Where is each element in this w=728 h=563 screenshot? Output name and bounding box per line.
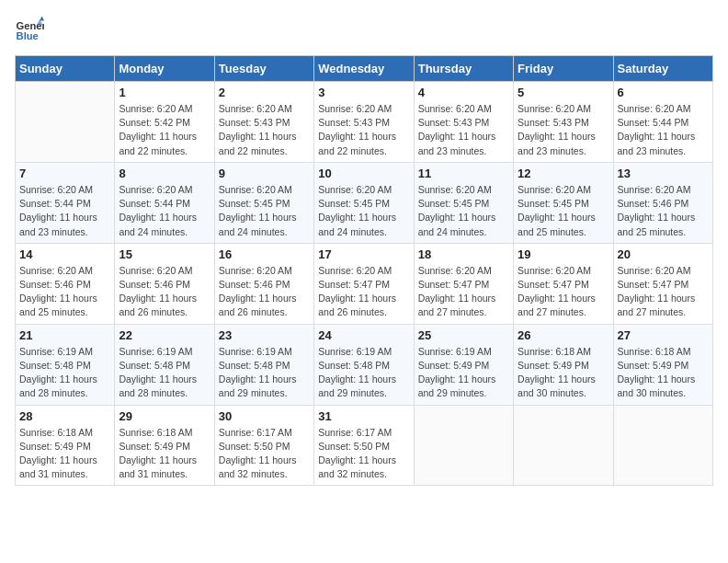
day-number: 15 [119, 247, 210, 261]
day-info: Sunrise: 6:20 AM Sunset: 5:46 PM Dayligh… [19, 264, 110, 320]
calendar-cell: 2Sunrise: 6:20 AM Sunset: 5:43 PM Daylig… [214, 82, 313, 163]
calendar-cell: 15Sunrise: 6:20 AM Sunset: 5:46 PM Dayli… [115, 243, 214, 324]
day-number: 19 [518, 247, 609, 261]
day-info: Sunrise: 6:19 AM Sunset: 5:48 PM Dayligh… [219, 345, 310, 401]
day-info: Sunrise: 6:18 AM Sunset: 5:49 PM Dayligh… [618, 345, 709, 401]
day-info: Sunrise: 6:20 AM Sunset: 5:43 PM Dayligh… [219, 102, 310, 158]
calendar-cell [514, 405, 613, 486]
calendar-cell: 22Sunrise: 6:19 AM Sunset: 5:48 PM Dayli… [115, 324, 214, 405]
weekday-header-friday: Friday [514, 56, 613, 82]
calendar-cell: 9Sunrise: 6:20 AM Sunset: 5:45 PM Daylig… [214, 162, 313, 243]
day-number: 18 [418, 247, 509, 261]
day-info: Sunrise: 6:20 AM Sunset: 5:45 PM Dayligh… [418, 183, 509, 239]
day-number: 4 [418, 86, 509, 99]
calendar-cell: 13Sunrise: 6:20 AM Sunset: 5:46 PM Dayli… [613, 162, 712, 243]
calendar-cell: 4Sunrise: 6:20 AM Sunset: 5:43 PM Daylig… [414, 82, 513, 163]
logo: General Blue [15, 15, 48, 44]
day-number: 21 [19, 328, 110, 342]
day-number: 8 [119, 167, 210, 180]
weekday-header-saturday: Saturday [613, 56, 712, 82]
calendar-week-1: 1Sunrise: 6:20 AM Sunset: 5:42 PM Daylig… [16, 82, 713, 163]
day-number: 31 [318, 409, 409, 423]
day-info: Sunrise: 6:20 AM Sunset: 5:44 PM Dayligh… [119, 183, 210, 239]
day-info: Sunrise: 6:20 AM Sunset: 5:42 PM Dayligh… [119, 102, 210, 158]
day-number: 11 [418, 167, 509, 180]
day-number: 24 [318, 328, 409, 342]
calendar-week-2: 7Sunrise: 6:20 AM Sunset: 5:44 PM Daylig… [16, 162, 713, 243]
day-number: 5 [518, 86, 609, 99]
day-number: 28 [19, 409, 110, 423]
calendar-cell: 8Sunrise: 6:20 AM Sunset: 5:44 PM Daylig… [115, 162, 214, 243]
day-info: Sunrise: 6:20 AM Sunset: 5:43 PM Dayligh… [318, 102, 409, 158]
calendar-cell: 19Sunrise: 6:20 AM Sunset: 5:47 PM Dayli… [514, 243, 613, 324]
calendar-week-4: 21Sunrise: 6:19 AM Sunset: 5:48 PM Dayli… [16, 324, 713, 405]
day-info: Sunrise: 6:19 AM Sunset: 5:49 PM Dayligh… [418, 345, 509, 401]
weekday-header-tuesday: Tuesday [214, 56, 313, 82]
day-number: 2 [219, 86, 310, 99]
calendar-week-3: 14Sunrise: 6:20 AM Sunset: 5:46 PM Dayli… [16, 243, 713, 324]
day-info: Sunrise: 6:19 AM Sunset: 5:48 PM Dayligh… [19, 345, 110, 401]
weekday-header-wednesday: Wednesday [314, 56, 414, 82]
calendar-cell: 31Sunrise: 6:17 AM Sunset: 5:50 PM Dayli… [314, 405, 414, 486]
calendar-cell: 10Sunrise: 6:20 AM Sunset: 5:45 PM Dayli… [314, 162, 414, 243]
day-info: Sunrise: 6:20 AM Sunset: 5:43 PM Dayligh… [518, 102, 609, 158]
calendar-cell [414, 405, 513, 486]
day-number: 6 [618, 86, 709, 99]
calendar-cell: 3Sunrise: 6:20 AM Sunset: 5:43 PM Daylig… [314, 82, 414, 163]
day-number: 10 [318, 167, 409, 180]
calendar-cell: 16Sunrise: 6:20 AM Sunset: 5:46 PM Dayli… [214, 243, 313, 324]
day-number: 27 [618, 328, 709, 342]
day-info: Sunrise: 6:17 AM Sunset: 5:50 PM Dayligh… [219, 426, 310, 482]
day-info: Sunrise: 6:18 AM Sunset: 5:49 PM Dayligh… [119, 426, 210, 482]
day-info: Sunrise: 6:20 AM Sunset: 5:44 PM Dayligh… [618, 102, 709, 158]
day-number: 3 [318, 86, 409, 99]
calendar-cell: 24Sunrise: 6:19 AM Sunset: 5:48 PM Dayli… [314, 324, 414, 405]
weekday-header-sunday: Sunday [16, 56, 115, 82]
day-number: 20 [618, 247, 709, 261]
day-info: Sunrise: 6:20 AM Sunset: 5:47 PM Dayligh… [318, 264, 409, 320]
day-number: 7 [19, 167, 110, 180]
logo-icon: General Blue [15, 15, 44, 44]
day-number: 14 [19, 247, 110, 261]
day-info: Sunrise: 6:20 AM Sunset: 5:47 PM Dayligh… [418, 264, 509, 320]
calendar-cell: 21Sunrise: 6:19 AM Sunset: 5:48 PM Dayli… [16, 324, 115, 405]
day-number: 9 [219, 167, 310, 180]
calendar-cell: 17Sunrise: 6:20 AM Sunset: 5:47 PM Dayli… [314, 243, 414, 324]
calendar-cell [613, 405, 712, 486]
day-number: 13 [618, 167, 709, 180]
day-number: 17 [318, 247, 409, 261]
day-info: Sunrise: 6:20 AM Sunset: 5:47 PM Dayligh… [618, 264, 709, 320]
svg-marker-2 [40, 17, 44, 21]
calendar-cell: 5Sunrise: 6:20 AM Sunset: 5:43 PM Daylig… [514, 82, 613, 163]
day-info: Sunrise: 6:20 AM Sunset: 5:47 PM Dayligh… [518, 264, 609, 320]
calendar-cell: 14Sunrise: 6:20 AM Sunset: 5:46 PM Dayli… [16, 243, 115, 324]
calendar-cell: 29Sunrise: 6:18 AM Sunset: 5:49 PM Dayli… [115, 405, 214, 486]
day-info: Sunrise: 6:20 AM Sunset: 5:44 PM Dayligh… [19, 183, 110, 239]
weekday-header-row: SundayMondayTuesdayWednesdayThursdayFrid… [16, 56, 713, 82]
day-number: 16 [219, 247, 310, 261]
day-info: Sunrise: 6:20 AM Sunset: 5:43 PM Dayligh… [418, 102, 509, 158]
weekday-header-monday: Monday [115, 56, 214, 82]
day-number: 23 [219, 328, 310, 342]
calendar-cell: 1Sunrise: 6:20 AM Sunset: 5:42 PM Daylig… [115, 82, 214, 163]
calendar-cell: 12Sunrise: 6:20 AM Sunset: 5:45 PM Dayli… [514, 162, 613, 243]
day-info: Sunrise: 6:17 AM Sunset: 5:50 PM Dayligh… [318, 426, 409, 482]
day-number: 30 [219, 409, 310, 423]
calendar-cell: 6Sunrise: 6:20 AM Sunset: 5:44 PM Daylig… [613, 82, 712, 163]
calendar-cell: 11Sunrise: 6:20 AM Sunset: 5:45 PM Dayli… [414, 162, 513, 243]
day-info: Sunrise: 6:20 AM Sunset: 5:46 PM Dayligh… [219, 264, 310, 320]
calendar-cell: 30Sunrise: 6:17 AM Sunset: 5:50 PM Dayli… [214, 405, 313, 486]
day-info: Sunrise: 6:20 AM Sunset: 5:46 PM Dayligh… [119, 264, 210, 320]
day-info: Sunrise: 6:20 AM Sunset: 5:45 PM Dayligh… [518, 183, 609, 239]
calendar-cell: 25Sunrise: 6:19 AM Sunset: 5:49 PM Dayli… [414, 324, 513, 405]
day-number: 25 [418, 328, 509, 342]
calendar-week-5: 28Sunrise: 6:18 AM Sunset: 5:49 PM Dayli… [16, 405, 713, 486]
calendar-cell: 27Sunrise: 6:18 AM Sunset: 5:49 PM Dayli… [613, 324, 712, 405]
day-info: Sunrise: 6:20 AM Sunset: 5:45 PM Dayligh… [219, 183, 310, 239]
calendar-cell: 7Sunrise: 6:20 AM Sunset: 5:44 PM Daylig… [16, 162, 115, 243]
day-info: Sunrise: 6:19 AM Sunset: 5:48 PM Dayligh… [318, 345, 409, 401]
calendar-cell: 28Sunrise: 6:18 AM Sunset: 5:49 PM Dayli… [16, 405, 115, 486]
day-info: Sunrise: 6:20 AM Sunset: 5:45 PM Dayligh… [318, 183, 409, 239]
day-number: 12 [518, 167, 609, 180]
page-header: General Blue [15, 15, 713, 44]
